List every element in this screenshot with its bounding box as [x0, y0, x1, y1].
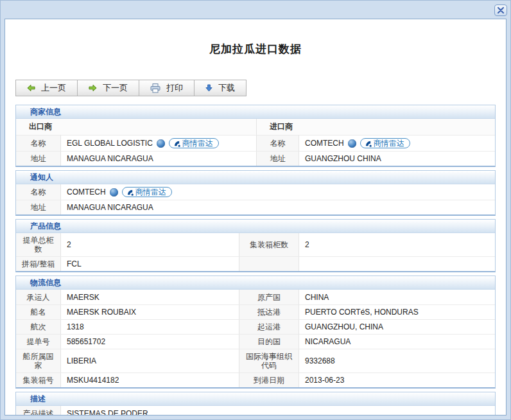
origin-country-value: CHINA: [299, 290, 495, 304]
notify-address: MANAGUA NICARAGUA: [61, 200, 495, 214]
voyage-label: 航次: [16, 319, 61, 334]
satellite-icon: [173, 140, 180, 147]
arrival-port-label: 抵达港: [239, 304, 299, 319]
departure-port-value: GUANGZHOU, CHINA: [299, 319, 495, 334]
bl-total-containers-label: 提单总柜数: [16, 233, 61, 256]
vessel-flag-value: LIBERIA: [61, 349, 239, 372]
product-description-value: SISTEMAS DE PODER: [61, 406, 495, 416]
download-label: 下载: [218, 82, 235, 94]
print-label: 打印: [166, 82, 183, 94]
arrow-left-icon: [27, 84, 35, 92]
carrier-label: 承运人: [16, 290, 61, 304]
section-product-title: 产品信息: [16, 220, 495, 233]
next-page-label: 下一页: [103, 82, 128, 94]
container-number-value: MSKU4414182: [61, 372, 239, 387]
notify-name-label: 名称: [16, 184, 61, 200]
exporter-address-label: 地址: [16, 151, 61, 166]
close-button[interactable]: [494, 4, 507, 16]
origin-country-label: 原产国: [239, 290, 299, 304]
section-logistics-title: 物流信息: [16, 276, 495, 290]
section-notify-title: 通知人: [16, 171, 495, 184]
toolbar: 上一页 下一页 打印: [15, 80, 247, 96]
radar-link-importer[interactable]: 商情雷达: [360, 138, 410, 148]
bl-number-value: 585651702: [61, 334, 239, 349]
radar-link-notify[interactable]: 商情雷达: [122, 187, 172, 197]
close-icon: [498, 7, 504, 13]
importer-address: GUANGZHOU CHINA: [299, 151, 495, 166]
importer-address-label: 地址: [257, 151, 299, 166]
next-page-button[interactable]: 下一页: [77, 80, 139, 96]
importer-name-value-cell: COMTECH 商情雷达: [299, 135, 495, 151]
vessel-flag-label: 船所属国家: [16, 349, 61, 372]
globe-icon[interactable]: [348, 139, 356, 148]
arrival-date-value: 2013-06-23: [299, 372, 495, 387]
globe-icon[interactable]: [157, 139, 165, 148]
printer-icon: [150, 83, 160, 93]
radar-label: 商情雷达: [182, 138, 213, 149]
container-number-label: 集装箱号: [16, 372, 61, 387]
vessel-name-value: MAERSK ROUBAIX: [61, 304, 239, 319]
prev-page-button[interactable]: 上一页: [15, 80, 78, 96]
importer-header: 进口商: [257, 119, 495, 135]
section-description-title: 描述: [16, 392, 495, 406]
product-description-label: 产品描述: [16, 406, 61, 416]
globe-icon[interactable]: [110, 188, 118, 197]
notify-address-label: 地址: [16, 200, 61, 214]
bl-total-containers-value: 2: [61, 233, 239, 256]
destination-country-label: 目的国: [239, 334, 299, 349]
sections-container: 商家信息 出口商 进口商 名称 EGL GLOBAL LOGISTIC: [15, 105, 496, 416]
arrow-right-icon: [89, 84, 97, 92]
section-product-info: 产品信息 提单总柜数 2 集装箱柜数 2 拼箱/整箱 FCL: [15, 219, 496, 272]
download-button[interactable]: 下载: [194, 80, 247, 96]
exporter-header: 出口商: [16, 119, 257, 135]
notify-name: COMTECH: [67, 188, 106, 197]
prev-page-label: 上一页: [41, 82, 66, 94]
section-merchant-info: 商家信息 出口商 进口商 名称 EGL GLOBAL LOGISTIC: [15, 105, 496, 167]
voyage-value: 1318: [61, 319, 239, 334]
section-merchant-title: 商家信息: [16, 105, 495, 119]
departure-port-label: 起运港: [239, 319, 299, 334]
arrow-down-icon: [205, 84, 212, 92]
notify-name-value-cell: COMTECH 商情雷达: [61, 184, 495, 200]
container-count-label: 集装箱柜数: [239, 233, 299, 256]
arrival-port-value: PUERTO CORTéS, HONDURAS: [299, 304, 495, 319]
container-count-value: 2: [299, 233, 495, 256]
exporter-address: MANAGUA NICARAGUA: [61, 151, 257, 166]
lcl-fcl-label: 拼箱/整箱: [16, 256, 61, 271]
exporter-name-label: 名称: [16, 135, 61, 151]
imo-code-label: 国际海事组织代码: [239, 349, 299, 372]
radar-label: 商情雷达: [374, 138, 404, 149]
print-button[interactable]: 打印: [139, 80, 195, 96]
satellite-icon: [365, 140, 372, 147]
satellite-icon: [126, 189, 134, 196]
lcl-fcl-value: FCL: [61, 256, 239, 271]
radar-link-exporter[interactable]: 商情雷达: [169, 138, 219, 148]
page-title: 尼加拉瓜进口数据: [5, 42, 506, 57]
import-data-dialog: 尼加拉瓜进口数据 上一页 下一页: [0, 0, 511, 420]
section-notify-party: 通知人 名称 COMTECH 商情雷达: [15, 170, 496, 216]
exporter-name: EGL GLOBAL LOGISTIC: [67, 139, 153, 148]
importer-name-label: 名称: [257, 135, 299, 151]
section-logistics-info: 物流信息 承运人 MAERSK 原产国 CHINA 船名 MAERSK ROUB…: [15, 276, 496, 389]
exporter-name-value-cell: EGL GLOBAL LOGISTIC 商情雷达: [61, 135, 257, 151]
bl-number-label: 提单号: [16, 334, 61, 349]
vessel-name-label: 船名: [16, 304, 61, 319]
arrival-date-label: 到港日期: [239, 372, 299, 387]
section-description: 描述 产品描述 SISTEMAS DE PODER: [15, 392, 496, 416]
empty-value-cell: [299, 256, 495, 271]
carrier-value: MAERSK: [61, 290, 239, 304]
content-panel: 尼加拉瓜进口数据 上一页 下一页: [4, 19, 507, 416]
destination-country-value: NICARAGUA: [299, 334, 495, 349]
empty-label-cell: [239, 256, 299, 271]
radar-label: 商情雷达: [135, 187, 166, 198]
importer-name: COMTECH: [305, 139, 344, 148]
imo-code-value: 9332688: [299, 349, 495, 372]
